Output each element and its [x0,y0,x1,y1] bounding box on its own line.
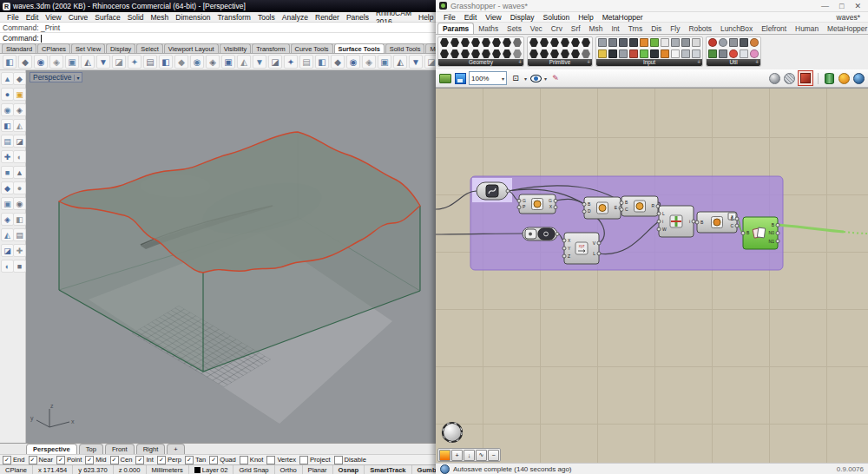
component-icon[interactable] [661,49,669,58]
node-extrude[interactable]: BDE [582,197,622,219]
osnap-project[interactable]: Project [299,456,331,464]
gh-canvas[interactable]: GPGXxyzXYZVLBDEBCRLiWi▾BBCBBN0N1 +↓∿− [436,88,868,463]
component-icon[interactable] [650,38,659,47]
surface-tool-icon-20[interactable]: ◧ [315,55,329,69]
surface-tool-icon-7[interactable]: ◪ [112,55,126,69]
side-tool-icon-24[interactable]: ◐ [1,260,14,273]
perspective-viewport[interactable]: Perspective ▾ [26,70,436,443]
gh-tab-params[interactable]: Params [437,23,474,35]
gh-tab-elefront[interactable]: Elefront [757,23,791,34]
osnap-quad[interactable]: ✓Quad [209,456,236,464]
surface-tool-icon-23[interactable]: ◈ [362,55,376,69]
side-tool-icon-23[interactable]: ✚ [13,244,26,257]
component-icon[interactable] [482,38,490,47]
surface-tool-icon-16[interactable]: ▼ [253,55,266,69]
expand-group-icon[interactable]: + [755,59,759,66]
menu-item-file[interactable]: File [3,13,23,22]
osnap-near[interactable]: ✓Near [29,456,53,464]
component-icon[interactable] [540,38,549,47]
gh-tab-srf[interactable]: Srf [567,23,585,34]
surface-tool-icon-11[interactable]: ◆ [174,55,188,69]
side-tool-icon-13[interactable]: ▲ [13,166,26,179]
gh-tab-human[interactable]: Human [791,23,823,34]
viewport-tab-right[interactable]: Right [136,444,166,454]
component-icon[interactable] [550,38,559,47]
side-tool-icon-22[interactable]: ◪ [1,244,14,257]
status-cplane[interactable]: CPlane [0,465,33,474]
preview-wireframe-icon[interactable] [783,73,795,84]
gh-menu-help[interactable]: Help [574,13,597,22]
checkbox-tan[interactable]: ✓ [185,456,194,464]
gh-tab-fly[interactable]: Fly [666,23,684,34]
component-icon[interactable] [571,49,580,58]
surface-tool-icon-8[interactable]: ✦ [128,55,141,69]
status-smarttrack[interactable]: SmartTrack [365,465,411,474]
status-layer-02[interactable]: Layer 02 [189,465,234,474]
checkbox-project[interactable] [299,456,308,464]
component-icon[interactable] [529,49,538,58]
component-icon[interactable] [492,49,501,58]
checkbox-point[interactable]: ✓ [56,456,65,464]
side-tool-icon-15[interactable]: ● [13,181,26,194]
gh-menu-display[interactable]: Display [506,13,539,22]
component-icon[interactable] [440,38,449,47]
menu-item-render[interactable]: Render [312,13,343,22]
component-icon[interactable] [513,49,522,58]
toolbar-tab-surface-tools[interactable]: Surface Tools [334,43,385,53]
status-ortho[interactable]: Ortho [275,465,303,474]
status-grid-snap[interactable]: Grid Snap [233,465,274,474]
component-icon[interactable] [608,38,617,47]
gh-tab-maths[interactable]: Maths [474,23,503,34]
side-tool-icon-7[interactable]: ◭ [13,119,26,132]
component-icon[interactable] [540,49,549,58]
gh-menu-view[interactable]: View [481,13,505,22]
surface-tool-icon-10[interactable]: ◧ [159,55,173,69]
gh-tab-crv[interactable]: Crv [547,23,567,34]
component-icon[interactable] [529,38,538,47]
side-tool-icon-3[interactable]: ▣ [13,88,26,101]
component-icon[interactable] [492,38,501,47]
preview-eye-icon[interactable] [529,73,542,84]
component-icon[interactable] [729,38,738,47]
expand-group-icon[interactable]: + [518,59,522,66]
component-icon[interactable] [582,49,590,58]
checkbox-cen[interactable]: ✓ [110,456,119,464]
viewport-tab-perspective[interactable]: Perspective [26,444,77,454]
wire-14[interactable] [844,232,868,234]
component-icon[interactable] [740,49,748,58]
preview-blue-icon[interactable] [852,73,865,84]
component-icon[interactable] [750,49,759,58]
surface-tool-icon-14[interactable]: ▣ [221,55,235,69]
gh-tab-sets[interactable]: Sets [503,23,526,34]
canvas-widget-button-1[interactable]: + [451,450,463,461]
menu-item-dimension[interactable]: Dimension [172,13,214,22]
checkbox-knot[interactable] [240,456,248,464]
toolbar-tab-solid-tools[interactable]: Solid Tools [385,43,425,53]
surface-tool-icon-1[interactable]: ◆ [18,55,32,69]
menu-item-view[interactable]: View [42,13,64,22]
side-tool-icon-8[interactable]: ▤ [1,135,14,148]
surface-tool-icon-13[interactable]: ◈ [206,55,220,69]
side-tool-icon-11[interactable]: ◐ [13,150,26,163]
close-button[interactable]: ✕ [854,2,861,10]
side-tool-icon-0[interactable]: ▲ [1,72,14,85]
wire-13[interactable] [778,225,844,232]
checkbox-disable[interactable] [334,456,343,464]
side-tool-icon-18[interactable]: ◈ [1,213,14,226]
menu-item-edit[interactable]: Edit [23,13,43,22]
component-icon[interactable] [471,38,480,47]
surface-tool-icon-12[interactable]: ◉ [190,55,204,69]
viewport-tab-top[interactable]: Top [79,444,103,454]
osnap-knot[interactable]: Knot [240,456,264,464]
gh-tab-robots[interactable]: Robots [684,23,716,34]
gh-menu-metahopper[interactable]: MetaHopper [598,13,648,22]
menu-item-curve[interactable]: Curve [65,13,92,22]
side-tool-icon-20[interactable]: ◭ [1,228,14,241]
osnap-perp[interactable]: ✓Perp [157,456,181,464]
surface-tool-icon-3[interactable]: ◈ [49,55,63,69]
component-icon[interactable] [740,38,748,47]
node-mesh-settings[interactable]: ▾BBC [695,212,739,233]
maximize-button[interactable]: □ [839,2,844,10]
component-icon[interactable] [450,49,459,58]
side-tool-icon-9[interactable]: ◪ [13,135,26,148]
